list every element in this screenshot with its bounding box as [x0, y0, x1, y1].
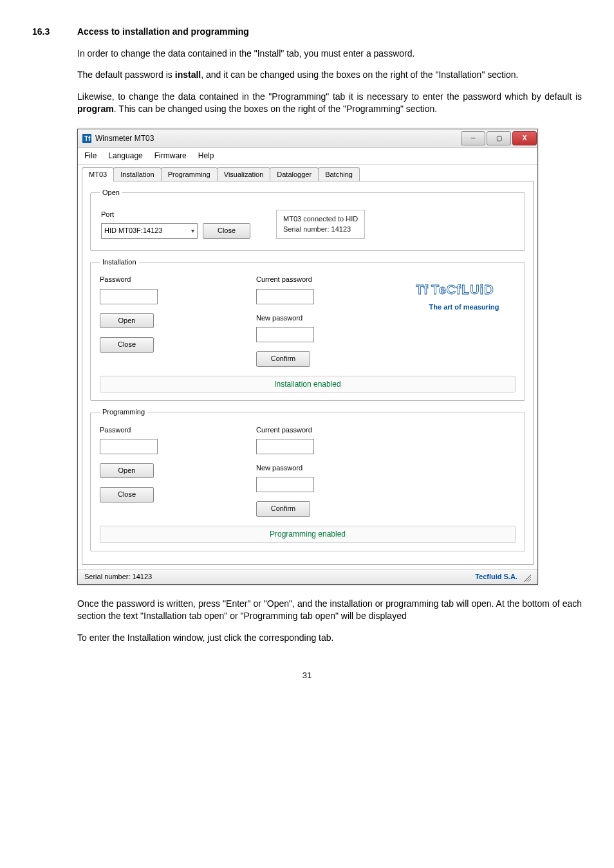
prog-password-label: Password [100, 425, 228, 435]
app-window: Tf Winsmeter MT03 ─ ▢ X File Language Fi… [77, 129, 538, 585]
menu-file[interactable]: File [84, 151, 97, 162]
maximize-button[interactable]: ▢ [487, 131, 511, 145]
text: , and it can be changed using the boxes … [201, 69, 518, 80]
svg-text:TeCfLUiD: TeCfLUiD [431, 282, 494, 297]
tab-batching[interactable]: Batching [318, 167, 360, 181]
port-label: Port [101, 210, 250, 219]
installation-group: Installation Password Open Close Current… [90, 257, 525, 401]
prog-current-pw-label: Current password [256, 425, 385, 435]
window-title: Winsmeter MT03 [95, 133, 154, 144]
section-number: 16.3 [32, 26, 77, 39]
connection-status-line: MT03 connected to HID [283, 214, 358, 224]
prog-new-pw-input[interactable] [256, 477, 314, 492]
text-bold: install [175, 69, 201, 80]
brand-logo: Tf TeCfLUiD [413, 281, 516, 300]
install-password-input[interactable] [100, 289, 158, 304]
open-group: Open Port HID MT03F:14123 Close MT03 con… [90, 188, 525, 251]
install-open-button[interactable]: Open [100, 313, 154, 328]
svg-text:Tf: Tf [416, 282, 428, 297]
svg-text:Tf: Tf [84, 135, 91, 142]
port-close-button[interactable]: Close [203, 223, 250, 238]
paragraph: Likewise, to change the data contained i… [77, 91, 582, 116]
paragraph: In order to change the data contained in… [77, 48, 582, 60]
port-select[interactable]: HID MT03F:14123 [101, 223, 198, 239]
paragraph: The default password is install, and it … [77, 69, 582, 82]
tab-mt03[interactable]: MT03 [82, 167, 114, 181]
open-legend: Open [100, 188, 122, 198]
text: The default password is [77, 69, 175, 80]
prog-close-button[interactable]: Close [100, 487, 154, 502]
menu-help[interactable]: Help [198, 151, 214, 162]
prog-status-label: Programming enabled [270, 529, 346, 540]
install-password-label: Password [100, 275, 228, 284]
section-title: Access to installation and programming [77, 26, 249, 39]
install-status-label: Installation enabled [274, 379, 340, 390]
programming-group: Programming Password Open Close Current … [90, 407, 525, 551]
programming-legend: Programming [100, 407, 147, 417]
prog-new-pw-label: New password [256, 463, 385, 473]
statusbar-serial: Serial number: 14123 [84, 572, 152, 582]
install-new-pw-input[interactable] [256, 327, 314, 342]
install-current-pw-input[interactable] [256, 289, 314, 304]
install-new-pw-label: New password [256, 313, 385, 323]
connection-serial-line: Serial number: 14123 [283, 225, 358, 234]
brand-tagline: The art of measuring [413, 302, 516, 312]
menu-firmware[interactable]: Firmware [154, 151, 187, 162]
text: . This can be changed using the boxes on… [114, 104, 437, 114]
connection-status-box: MT03 connected to HID Serial number: 141… [276, 210, 365, 239]
titlebar[interactable]: Tf Winsmeter MT03 ─ ▢ X [78, 129, 537, 148]
close-window-button[interactable]: X [512, 131, 537, 145]
page-number: 31 [32, 670, 582, 681]
menubar: File Language Firmware Help [78, 148, 537, 165]
install-close-button[interactable]: Close [100, 337, 154, 352]
text: Likewise, to change the data contained i… [77, 91, 582, 102]
app-icon: Tf [82, 133, 92, 143]
tab-content: Open Port HID MT03F:14123 Close MT03 con… [82, 181, 534, 565]
paragraph: Once the password is written, press "Ent… [77, 598, 582, 623]
resize-grip-icon[interactable] [522, 573, 531, 582]
statusbar-company: Tecfluid S.A. [475, 573, 517, 580]
prog-current-pw-input[interactable] [256, 439, 314, 454]
paragraph: To enter the Installation window, just c… [77, 632, 582, 645]
minimize-button[interactable]: ─ [461, 131, 485, 145]
installation-legend: Installation [100, 257, 139, 267]
prog-password-input[interactable] [100, 439, 158, 454]
statusbar: Serial number: 14123 Tecfluid S.A. [78, 569, 537, 584]
install-current-pw-label: Current password [256, 275, 385, 284]
tab-programming[interactable]: Programming [161, 167, 218, 181]
tab-installation[interactable]: Installation [113, 167, 162, 181]
prog-confirm-button[interactable]: Confirm [256, 501, 310, 516]
prog-open-button[interactable]: Open [100, 463, 154, 478]
install-confirm-button[interactable]: Confirm [256, 351, 310, 366]
text-bold: program [77, 104, 114, 114]
tabbar: MT03 Installation Programming Visualizat… [78, 165, 537, 181]
tab-visualization[interactable]: Visualization [217, 167, 271, 181]
tab-datalogger[interactable]: Datalogger [270, 167, 319, 181]
menu-language[interactable]: Language [108, 151, 142, 162]
